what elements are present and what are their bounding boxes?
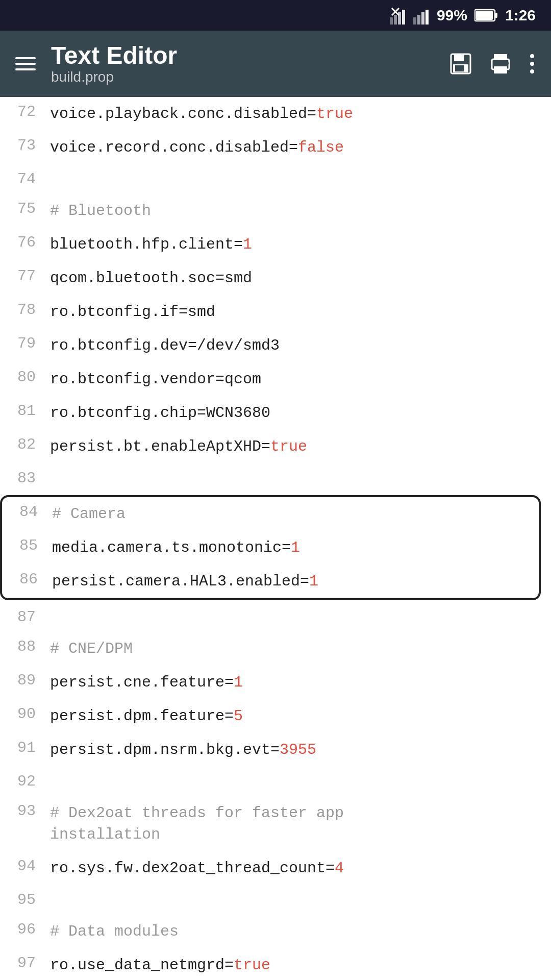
line-number: 88 [0,632,41,662]
line-content[interactable]: persist.cne.feature=1 [41,666,551,699]
line-content[interactable]: voice.record.conc.disabled=false [41,131,551,164]
code-line: 81ro.btconfig.chip=WCN3680 [0,396,551,430]
code-line: 77qcom.bluetooth.soc=smd [0,261,551,295]
line-content[interactable] [41,602,551,615]
code-line: 84# Camera [2,497,539,531]
svg-point-22 [530,62,534,66]
line-content[interactable]: voice.playback.conc.disabled=true [41,97,551,131]
svg-rect-19 [494,66,507,74]
line-number: 72 [0,97,41,127]
line-number: 93 [0,796,41,826]
battery-icon [474,9,498,22]
code-line: 78ro.btconfig.if=smd [0,295,551,329]
svg-rect-5 [402,10,405,24]
line-number: 75 [0,194,41,224]
line-number: 95 [0,885,41,915]
line-content[interactable]: # Data modules [41,915,551,948]
svg-rect-4 [398,12,401,24]
code-line: 89persist.cne.feature=1 [0,666,551,699]
line-number: 87 [0,602,41,632]
line-content[interactable]: ro.btconfig.chip=WCN3680 [41,396,551,430]
line-number: 74 [0,164,41,194]
svg-rect-9 [425,10,429,24]
code-line: 72voice.playback.conc.disabled=true [0,97,551,131]
line-number: 78 [0,295,41,325]
highlight-box-wrapper: 84# Camera85media.camera.ts.monotonic=18… [0,495,541,600]
code-line: 74 [0,164,551,194]
code-line: 76bluetooth.hfp.client=1 [0,228,551,261]
svg-rect-11 [495,13,497,18]
code-line: 75# Bluetooth [0,194,551,228]
svg-rect-14 [454,54,464,61]
svg-rect-18 [494,54,507,60]
line-number: 89 [0,666,41,695]
line-content[interactable]: ro.btconfig.vendor=qcom [41,362,551,396]
line-number: 84 [2,497,43,527]
line-content[interactable]: ro.use_data_netmgrd=true [41,948,551,980]
line-number: 73 [0,131,41,160]
line-number: 76 [0,228,41,257]
line-content[interactable] [41,463,551,476]
status-bar: 99% 1:26 [0,0,551,31]
line-number: 85 [2,531,43,560]
code-line: 92 [0,767,551,796]
editor-area[interactable]: 72voice.playback.conc.disabled=true73voi… [0,97,551,980]
line-number: 96 [0,915,41,944]
line-number: 80 [0,362,41,392]
code-line: 79ro.btconfig.dev=/dev/smd3 [0,329,551,362]
line-content[interactable] [41,885,551,897]
line-number: 77 [0,261,41,291]
line-content[interactable] [41,767,551,779]
line-content[interactable]: persist.bt.enableAptXHD=true [41,430,551,463]
signal-x-icon [390,6,406,24]
svg-rect-7 [417,15,420,24]
line-content[interactable]: ro.btconfig.if=smd [41,295,551,329]
code-line: 97ro.use_data_netmgrd=true [0,948,551,980]
svg-rect-12 [475,11,493,20]
app-bar: Text Editor build.prop [0,31,551,97]
line-content[interactable] [41,164,551,177]
highlight-box: 84# Camera85media.camera.ts.monotonic=18… [0,495,541,600]
line-number: 83 [0,463,41,493]
code-line: 87 [0,602,551,632]
code-line: 96# Data modules [0,915,551,948]
print-button[interactable] [488,52,513,76]
signal-bars-icon [413,6,430,24]
code-line: 80ro.btconfig.vendor=qcom [0,362,551,396]
line-content[interactable]: # CNE/DPM [41,632,551,666]
line-content[interactable]: ro.btconfig.dev=/dev/smd3 [41,329,551,362]
line-content[interactable]: # Dex2oat threads for faster app install… [41,796,551,851]
code-line: 82persist.bt.enableAptXHD=true [0,430,551,463]
code-line: 83 [0,463,551,493]
time-display: 1:26 [505,7,536,24]
line-content[interactable]: # Bluetooth [41,194,551,228]
code-line: 88# CNE/DPM [0,632,551,666]
save-button[interactable] [449,52,472,76]
line-content[interactable]: persist.dpm.feature=5 [41,699,551,733]
line-content[interactable]: qcom.bluetooth.soc=smd [41,261,551,295]
svg-rect-2 [390,17,393,24]
battery-percent: 99% [437,7,467,24]
code-line: 85media.camera.ts.monotonic=1 [2,531,539,565]
line-content[interactable]: persist.dpm.nsrm.bkg.evt=3955 [41,733,551,767]
code-line: 91persist.dpm.nsrm.bkg.evt=3955 [0,733,551,767]
code-line: 86persist.camera.HAL3.enabled=1 [2,565,539,598]
line-number: 92 [0,767,41,796]
line-number: 86 [2,565,43,594]
app-title: Text Editor [51,42,434,69]
more-options-button[interactable] [529,52,536,76]
line-content[interactable]: bluetooth.hfp.client=1 [41,228,551,261]
code-line: 95 [0,885,551,915]
svg-rect-6 [413,17,416,24]
line-content[interactable]: media.camera.ts.monotonic=1 [43,531,539,565]
line-number: 79 [0,329,41,358]
app-bar-actions [449,52,536,76]
line-number: 82 [0,430,41,459]
menu-button[interactable] [15,57,36,70]
app-subtitle: build.prop [51,69,434,85]
line-content[interactable]: ro.sys.fw.dex2oat_thread_count=4 [41,851,551,885]
svg-point-20 [506,62,509,65]
line-content[interactable]: # Camera [43,497,539,531]
line-number: 97 [0,948,41,978]
line-content[interactable]: persist.camera.HAL3.enabled=1 [43,565,539,598]
